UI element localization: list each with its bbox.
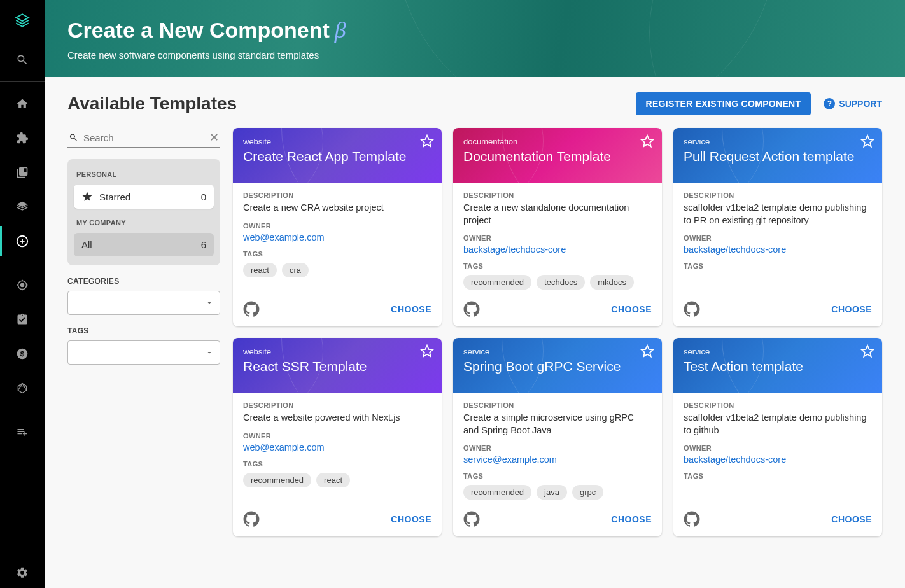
card-footer: CHOOSE — [673, 505, 882, 536]
card-body: DESCRIPTION scaffolder v1beta2 template … — [673, 183, 882, 295]
description-label: DESCRIPTION — [684, 192, 872, 199]
description-label: DESCRIPTION — [463, 402, 652, 409]
graphql-icon — [16, 382, 29, 395]
choose-button[interactable]: CHOOSE — [611, 304, 652, 314]
register-existing-button[interactable]: REGISTER EXISTING COMPONENT — [636, 92, 811, 115]
target-icon — [16, 279, 29, 291]
tags-label: TAGS — [684, 262, 872, 270]
template-card: website React SSR Template DESCRIPTION C… — [233, 338, 442, 536]
owner-label: OWNER — [243, 222, 431, 230]
sidebar-settings[interactable] — [0, 557, 45, 588]
choose-button[interactable]: CHOOSE — [391, 514, 431, 524]
filter-groups: PERSONAL Starred 0 MY COMPANY All — [67, 159, 220, 265]
card-header: documentation Documentation Template — [453, 128, 662, 183]
star-button[interactable] — [640, 134, 654, 148]
choose-button[interactable]: CHOOSE — [831, 514, 872, 524]
sidebar-add-shortcut[interactable] — [0, 417, 45, 447]
card-tags: recommendedjavagrpc — [463, 485, 652, 500]
svg-text:$: $ — [20, 349, 25, 358]
github-icon[interactable] — [463, 301, 480, 318]
filter-all[interactable]: All 6 — [74, 233, 214, 256]
github-icon[interactable] — [463, 511, 480, 528]
card-type: documentation — [463, 137, 652, 146]
home-icon — [16, 97, 29, 110]
github-icon[interactable] — [243, 511, 260, 528]
choose-button[interactable]: CHOOSE — [391, 304, 431, 314]
tag: mkdocs — [590, 275, 634, 290]
sidebar-create[interactable] — [0, 226, 45, 256]
choose-button[interactable]: CHOOSE — [831, 304, 872, 314]
layers-icon — [16, 200, 29, 213]
sidebar-cost[interactable]: $ — [0, 339, 45, 369]
sidebar-radar[interactable] — [0, 270, 45, 300]
card-owner-link[interactable]: backstage/techdocs-core — [684, 244, 872, 255]
template-cards-grid: website Create React App Template DESCRI… — [233, 128, 882, 536]
card-owner-link[interactable]: backstage/techdocs-core — [463, 244, 652, 255]
description-label: DESCRIPTION — [684, 402, 872, 409]
card-owner-link[interactable]: web@example.com — [243, 232, 431, 242]
star-button[interactable] — [420, 344, 434, 358]
card-title: React SSR Template — [243, 359, 431, 374]
card-header: website React SSR Template — [233, 338, 442, 393]
page-title: Create a New Component β — [67, 17, 882, 43]
personal-label: PERSONAL — [76, 171, 211, 178]
card-owner-link[interactable]: service@example.com — [463, 454, 652, 465]
all-count: 6 — [201, 239, 206, 250]
choose-button[interactable]: CHOOSE — [611, 514, 652, 524]
app-logo-icon[interactable] — [13, 11, 31, 29]
tag: react — [243, 263, 277, 277]
sidebar-layers[interactable] — [0, 192, 45, 222]
card-footer: CHOOSE — [233, 295, 442, 326]
tags-dropdown[interactable] — [67, 340, 220, 365]
card-body: DESCRIPTION Create a new CRA website pro… — [233, 183, 442, 295]
star-button[interactable] — [420, 134, 434, 148]
beta-badge: β — [335, 17, 346, 43]
template-card: service Spring Boot gRPC Service DESCRIP… — [453, 338, 662, 536]
tag: cra — [282, 263, 309, 277]
card-footer: CHOOSE — [673, 295, 882, 326]
filters-panel: ✕ PERSONAL Starred 0 MY COMPANY — [67, 128, 220, 365]
search-field[interactable]: ✕ — [67, 128, 220, 148]
sidebar-extensions[interactable] — [0, 123, 45, 153]
star-button[interactable] — [860, 134, 874, 148]
help-icon: ? — [824, 98, 835, 109]
filter-starred[interactable]: Starred 0 — [74, 185, 214, 209]
sidebar-home[interactable] — [0, 88, 45, 119]
tag: recommended — [243, 473, 311, 487]
clear-search-icon[interactable]: ✕ — [209, 130, 219, 144]
card-owner-link[interactable]: backstage/techdocs-core — [684, 454, 872, 465]
content-header: Available Templates REGISTER EXISTING CO… — [67, 92, 882, 115]
sidebar-tasks[interactable] — [0, 304, 45, 335]
github-icon[interactable] — [684, 511, 700, 528]
card-tags: recommendedtechdocsmkdocs — [463, 275, 652, 290]
card-description: Create a new CRA website project — [243, 202, 431, 214]
starred-count: 0 — [201, 192, 206, 202]
card-owner-link[interactable]: web@example.com — [243, 442, 431, 452]
tag: grpc — [572, 485, 603, 500]
tags-label: TAGS — [243, 460, 431, 468]
owner-label: OWNER — [684, 234, 872, 242]
categories-dropdown[interactable] — [67, 291, 220, 315]
star-button[interactable] — [640, 344, 654, 358]
tag: java — [537, 485, 567, 500]
github-icon[interactable] — [243, 301, 260, 318]
card-header: service Pull Request Action template — [673, 128, 882, 183]
template-card: documentation Documentation Template DES… — [453, 128, 662, 326]
owner-label: OWNER — [243, 432, 431, 440]
categories-filter: CATEGORIES — [67, 277, 220, 315]
template-card: website Create React App Template DESCRI… — [233, 128, 442, 326]
search-input[interactable] — [83, 132, 204, 143]
gear-icon — [16, 566, 29, 579]
sidebar-graphql[interactable] — [0, 373, 45, 403]
support-link[interactable]: ? SUPPORT — [824, 98, 882, 109]
github-icon[interactable] — [684, 301, 700, 318]
sidebar-search[interactable] — [0, 45, 45, 75]
tag: recommended — [463, 275, 531, 290]
template-card: service Pull Request Action template DES… — [673, 128, 882, 326]
star-button[interactable] — [860, 344, 874, 358]
tags-label: TAGS — [243, 250, 431, 258]
tag: react — [316, 473, 350, 487]
sidebar-docs[interactable] — [0, 157, 45, 188]
card-title: Test Action template — [684, 359, 872, 374]
puzzle-icon — [16, 132, 29, 144]
